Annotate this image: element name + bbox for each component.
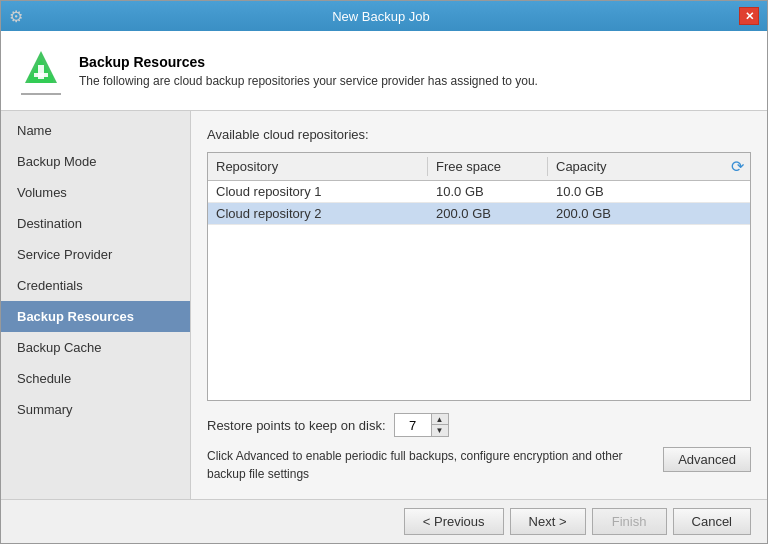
page-header: Backup Resources The following are cloud…: [1, 31, 767, 111]
main-window: ⚙ New Backup Job ✕ Backup Resources: [0, 0, 768, 544]
spinner-down-button[interactable]: ▼: [432, 425, 448, 436]
sidebar-item-backup-cache[interactable]: Backup Cache: [1, 332, 190, 363]
sidebar-item-volumes[interactable]: Volumes: [1, 177, 190, 208]
table-row[interactable]: Cloud repository 1 10.0 GB 10.0 GB: [208, 181, 750, 203]
finish-button[interactable]: Finish: [592, 508, 667, 535]
advanced-button[interactable]: Advanced: [663, 447, 751, 472]
window-title: New Backup Job: [23, 9, 739, 24]
restore-points-row: Restore points to keep on disk: ▲ ▼: [207, 413, 751, 437]
repository-table: ⟳ Repository Free space Capacity Cloud r…: [207, 152, 751, 401]
section-label: Available cloud repositories:: [207, 127, 751, 142]
spinner-up-button[interactable]: ▲: [432, 414, 448, 425]
header-title: Backup Resources: [79, 54, 538, 70]
sidebar-item-credentials[interactable]: Credentials: [1, 270, 190, 301]
refresh-button[interactable]: ⟳: [731, 157, 744, 176]
sidebar-item-schedule[interactable]: Schedule: [1, 363, 190, 394]
content-area: Name Backup Mode Volumes Destination Ser…: [1, 111, 767, 499]
sidebar: Name Backup Mode Volumes Destination Ser…: [1, 111, 191, 499]
header-text-block: Backup Resources The following are cloud…: [79, 54, 538, 88]
cell-cap-1: 10.0 GB: [548, 181, 750, 202]
svg-rect-5: [34, 73, 48, 77]
restore-points-spinner[interactable]: ▲ ▼: [394, 413, 449, 437]
sidebar-item-summary[interactable]: Summary: [1, 394, 190, 425]
header-icon: [17, 47, 65, 95]
close-button[interactable]: ✕: [739, 7, 759, 25]
gear-icon: ⚙: [9, 7, 23, 26]
col-header-repository: Repository: [208, 157, 428, 176]
footer: < Previous Next > Finish Cancel: [1, 499, 767, 543]
col-header-capacity: Capacity: [548, 157, 750, 176]
cell-free-2: 200.0 GB: [428, 203, 548, 224]
cell-repo-1: Cloud repository 1: [208, 181, 428, 202]
restore-points-input[interactable]: [395, 414, 431, 436]
main-content: Available cloud repositories: ⟳ Reposito…: [191, 111, 767, 499]
sidebar-item-destination[interactable]: Destination: [1, 208, 190, 239]
title-bar: ⚙ New Backup Job ✕: [1, 1, 767, 31]
backup-resources-icon: [21, 47, 61, 87]
table-header: Repository Free space Capacity: [208, 153, 750, 181]
col-header-free-space: Free space: [428, 157, 548, 176]
next-button[interactable]: Next >: [510, 508, 586, 535]
previous-button[interactable]: < Previous: [404, 508, 504, 535]
table-row[interactable]: Cloud repository 2 200.0 GB 200.0 GB: [208, 203, 750, 225]
sidebar-item-name[interactable]: Name: [1, 115, 190, 146]
cell-cap-2: 200.0 GB: [548, 203, 750, 224]
cell-repo-2: Cloud repository 2: [208, 203, 428, 224]
sidebar-item-backup-resources[interactable]: Backup Resources: [1, 301, 190, 332]
table-body: Cloud repository 1 10.0 GB 10.0 GB Cloud…: [208, 181, 750, 225]
advanced-description: Click Advanced to enable periodic full b…: [207, 447, 651, 483]
cancel-button[interactable]: Cancel: [673, 508, 751, 535]
header-progress-bar: [21, 93, 61, 95]
advanced-row: Click Advanced to enable periodic full b…: [207, 447, 751, 483]
sidebar-item-backup-mode[interactable]: Backup Mode: [1, 146, 190, 177]
cell-free-1: 10.0 GB: [428, 181, 548, 202]
sidebar-item-service-provider[interactable]: Service Provider: [1, 239, 190, 270]
header-description: The following are cloud backup repositor…: [79, 74, 538, 88]
spinner-buttons: ▲ ▼: [431, 414, 448, 436]
restore-points-label: Restore points to keep on disk:: [207, 418, 386, 433]
